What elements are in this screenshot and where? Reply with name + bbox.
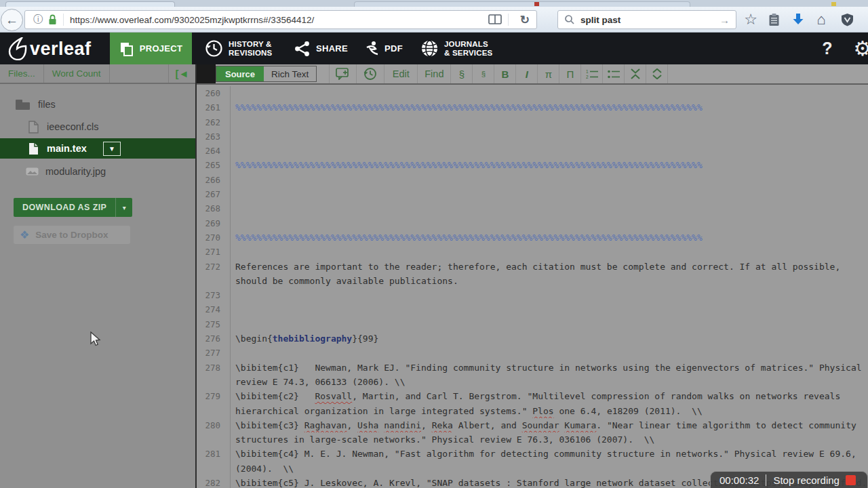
editor-line[interactable]: 268 (197, 201, 868, 216)
reload-icon[interactable]: ↻ (520, 13, 530, 27)
display-math-button[interactable]: Π (559, 64, 581, 83)
editor-line[interactable]: 275 (197, 317, 868, 331)
stop-recording-icon[interactable] (846, 475, 856, 485)
editor-line[interactable]: 276\begin{thebibliography}{99} (197, 331, 868, 346)
editor-line[interactable]: hierarchical organization in large integ… (197, 404, 868, 418)
overleaf-logo[interactable]: verleaf (8, 37, 92, 60)
editor-line[interactable]: 279\bibitem{c2} Rosvall, Martin, and Car… (197, 389, 868, 403)
editor-line[interactable]: 272References are important to the reade… (197, 260, 868, 274)
bullet-list-button[interactable] (603, 64, 625, 83)
editor-line[interactable]: 263 (197, 129, 868, 144)
tree-folder-files[interactable]: files (15, 97, 195, 112)
line-number: 280 (197, 418, 224, 432)
bookmark-star-icon[interactable]: ☆ (741, 9, 761, 30)
browser-tab-active[interactable] (5, 1, 175, 7)
editor-line[interactable]: structures in large-scale networks." Phy… (197, 432, 868, 447)
line-content: \bibitem{c4} M. E. J. Newman, "Fast algo… (224, 447, 868, 461)
editor-line[interactable]: 270%%%%%%%%%%%%%%%%%%%%%%%%%%%%%%%%%%%%%… (197, 230, 868, 245)
file-icon (28, 142, 39, 155)
add-comment-icon (336, 68, 351, 80)
downloads-icon[interactable] (788, 9, 808, 30)
numbered-list-button[interactable]: 1 2 (581, 64, 603, 83)
back-button[interactable]: ← (1, 9, 23, 31)
add-comment-button[interactable] (329, 64, 357, 83)
fold-lines-button[interactable] (625, 64, 646, 83)
history-revisions-button[interactable]: HISTORY &REVISIONS (205, 33, 272, 64)
reading-list-icon[interactable] (488, 14, 502, 25)
search-input[interactable]: split past (580, 15, 719, 25)
folder-name: files (38, 99, 56, 110)
journals-services-button[interactable]: JOURNALS& SERVICES (420, 33, 492, 64)
line-number: 268 (197, 201, 224, 216)
collapse-sidebar-button[interactable]: [◄ (168, 64, 195, 83)
download-zip-caret[interactable]: ▾ (115, 198, 132, 217)
history-button[interactable] (357, 64, 384, 83)
editor-line[interactable]: review E 74.3, 066133 (2006). \\ (197, 375, 868, 389)
editor-line[interactable]: 273 (197, 288, 868, 302)
clipboard-icon[interactable] (764, 9, 784, 30)
files-menu-button[interactable]: Files... (0, 64, 44, 83)
url-text[interactable]: https://www.overleaf.com/9302025mzjkwptk… (70, 15, 488, 25)
editor-line[interactable]: 266 (197, 173, 868, 187)
section-button[interactable]: § (451, 64, 473, 83)
edit-menu-button[interactable]: Edit (384, 64, 418, 83)
download-zip-button[interactable]: DOWNLOAD AS ZIP ▾ (14, 198, 132, 217)
home-icon[interactable]: ⌂ (811, 9, 831, 30)
find-button[interactable]: Find (418, 64, 451, 83)
pdf-button[interactable]: PDF (365, 33, 403, 64)
gutter-divider (230, 86, 231, 488)
editor-line[interactable]: 277 (197, 346, 868, 360)
unfold-lines-button[interactable] (646, 64, 668, 83)
line-number: 274 (197, 302, 224, 317)
editor-line[interactable]: 271 (197, 245, 868, 259)
line-number: 260 (197, 86, 224, 100)
pdf-label: PDF (384, 43, 403, 54)
inline-math-button[interactable]: π (538, 64, 559, 83)
file-name: ieeeconf.cls (47, 121, 99, 132)
editor-line[interactable]: 281\bibitem{c4} M. E. J. Newman, "Fast a… (197, 447, 868, 461)
line-content: %%%%%%%%%%%%%%%%%%%%%%%%%%%%%%%%%%%%%%%%… (224, 158, 868, 172)
tree-file-ieeeconf[interactable]: ieeeconf.cls (28, 119, 195, 135)
editor-line[interactable]: 269 (197, 216, 868, 230)
project-label: PROJECT (140, 43, 183, 54)
editor-line[interactable]: 280\bibitem{c3} Raghavan, Usha nandini, … (197, 418, 868, 432)
browser-tab-other[interactable] (354, 1, 690, 7)
stop-recording-button[interactable]: Stop recording (773, 474, 840, 486)
file-menu-button[interactable]: ▼ (103, 142, 121, 156)
site-info-icon[interactable]: ⓘ (33, 14, 43, 26)
settings-button[interactable]: ⚙ (849, 33, 868, 64)
source-mode-button[interactable]: Source (216, 66, 264, 81)
help-button[interactable]: ? (815, 33, 840, 64)
go-arrow-icon[interactable]: → (719, 14, 730, 26)
word-count-button[interactable]: Word Count (44, 64, 110, 83)
editor-line[interactable]: 260 (197, 86, 868, 100)
subsection-button[interactable]: § (473, 64, 494, 83)
project-button[interactable]: PROJECT (110, 33, 192, 64)
lock-icon (48, 14, 57, 25)
editor-line[interactable]: 267 (197, 187, 868, 201)
share-label: SHARE (316, 43, 348, 54)
rich-text-mode-button[interactable]: Rich Text (264, 66, 316, 81)
mouse-cursor (90, 331, 102, 348)
shield-icon[interactable] (837, 9, 857, 30)
editor-line[interactable]: 274 (197, 302, 868, 317)
line-content (224, 317, 868, 331)
download-zip-label[interactable]: DOWNLOAD AS ZIP (14, 198, 115, 217)
editor-line[interactable]: 265%%%%%%%%%%%%%%%%%%%%%%%%%%%%%%%%%%%%%… (197, 158, 868, 172)
save-to-dropbox-button[interactable]: ❖ Save to Dropbox (14, 226, 130, 244)
browser-tab-strip (0, 0, 868, 7)
editor-line[interactable]: should be commonly available publication… (197, 274, 868, 288)
tree-file-maintex-selected[interactable]: main.tex ▼ (0, 138, 195, 159)
source-editor[interactable]: 260261%%%%%%%%%%%%%%%%%%%%%%%%%%%%%%%%%%… (197, 86, 868, 488)
editor-line[interactable]: 261%%%%%%%%%%%%%%%%%%%%%%%%%%%%%%%%%%%%%… (197, 100, 868, 115)
share-button[interactable]: SHARE (294, 33, 348, 64)
editor-line[interactable]: 262 (197, 115, 868, 129)
italic-button[interactable]: I (516, 64, 538, 83)
editor-line[interactable]: 264 (197, 144, 868, 158)
numbered-list-icon: 1 2 (586, 69, 598, 79)
url-bar[interactable]: ⓘ https://www.overleaf.com/9302025mzjkwp… (24, 10, 537, 29)
bold-button[interactable]: B (494, 64, 516, 83)
search-box[interactable]: split past → (557, 10, 736, 29)
tree-file-modularity[interactable]: modularity.jpg (26, 163, 195, 180)
editor-line[interactable]: 278\bibitem{c1} Newman, Mark EJ. "Findin… (197, 361, 868, 375)
